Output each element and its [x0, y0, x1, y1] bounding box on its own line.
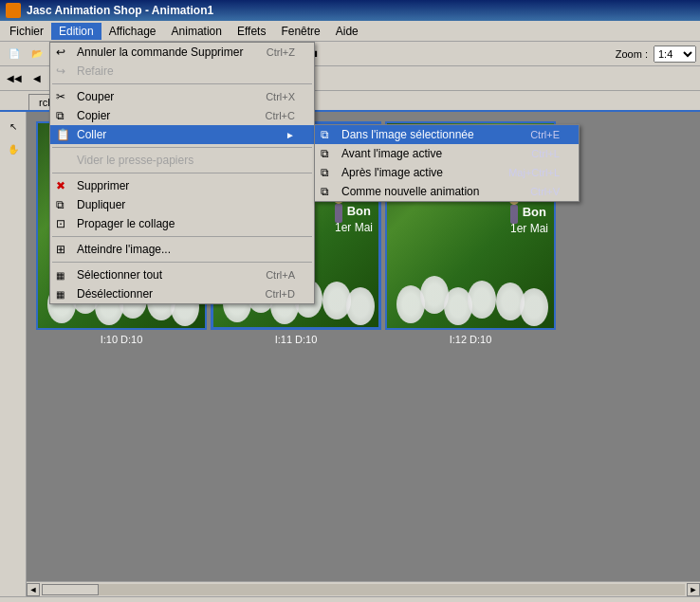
frame3-label: I:12 D:10 — [444, 333, 498, 346]
paste-label: Coller — [77, 128, 106, 141]
cut-item[interactable]: ✂ Couper Ctrl+X — [50, 87, 314, 106]
select-all-item[interactable]: ▦ Sélectionner tout Ctrl+A — [50, 265, 314, 284]
menu-effets[interactable]: Effets — [230, 23, 273, 40]
prev-frame-btn[interactable]: ◀◀ — [4, 68, 25, 89]
select-all-icon: ▦ — [56, 270, 64, 281]
title-bar: Jasc Animation Shop - Animation1 — [0, 0, 700, 21]
goto-item[interactable]: ⊞ Atteindre l'image... — [50, 240, 314, 259]
delete-icon: ✖ — [56, 179, 65, 192]
undo-item[interactable]: ↩ Annuler la commande Supprimer Ctrl+Z — [50, 43, 314, 62]
redo-icon: ↪ — [56, 64, 65, 78]
paste-before-label: Avant l'image active — [341, 147, 442, 160]
zoom-select[interactable]: 1:4 1:2 1:1 — [654, 46, 696, 63]
undo-icon: ↩ — [56, 46, 65, 59]
redo-label: Refaire — [77, 64, 114, 78]
frame1-label: I:10 D:10 — [95, 333, 149, 346]
paste-new-icon: ⧉ — [321, 185, 329, 198]
deselect-shortcut: Ctrl+D — [266, 288, 295, 300]
deselect-item[interactable]: ▦ Désélectionner Ctrl+D — [50, 284, 314, 303]
delete-label: Supprimer — [77, 179, 129, 192]
menu-animation[interactable]: Animation — [164, 23, 230, 40]
duplicate-item[interactable]: ⧉ Dupliquer — [50, 195, 314, 214]
cut-icon: ✂ — [56, 90, 65, 103]
zoom-label: Zoom : — [616, 48, 648, 60]
clear-clipboard-item[interactable]: Vider le presse-papiers — [50, 151, 314, 170]
paste-in-selected-label: Dans l'image sélectionnée — [341, 128, 474, 141]
propage-item[interactable]: ⊡ Propager le collage — [50, 214, 314, 233]
app-title: Jasc Animation Shop - Animation1 — [27, 4, 213, 17]
paste-in-selected-shortcut: Ctrl+E — [530, 129, 560, 140]
new-btn[interactable]: 📄 — [4, 44, 25, 64]
menu-fenetre[interactable]: Fenêtre — [273, 23, 327, 40]
goto-label: Atteindre l'image... — [77, 243, 171, 256]
paste-in-selected-icon: ⧉ — [321, 128, 329, 141]
redo-item[interactable]: ↪ Refaire — [50, 62, 314, 81]
goto-icon: ⊞ — [56, 243, 65, 256]
undo-shortcut: Ctrl+Z — [267, 46, 295, 58]
sep-4 — [52, 236, 312, 237]
paste-new-shortcut: Ctrl+V — [530, 186, 560, 197]
copy-shortcut: Ctrl+C — [266, 110, 295, 121]
paste-new-anim[interactable]: ⧉ Comme nouvelle animation Ctrl+V — [315, 182, 579, 201]
propage-label: Propager le collage — [77, 217, 175, 230]
undo-label: Annuler la commande Supprimer — [77, 46, 243, 59]
back-btn[interactable]: ◀ — [27, 68, 47, 89]
menu-affichage[interactable]: Affichage — [101, 23, 164, 40]
paste-before-icon: ⧉ — [321, 147, 329, 160]
paste-submenu-arrow: ► — [286, 130, 295, 140]
delete-item[interactable]: ✖ Supprimer — [50, 176, 314, 195]
select-all-label: Sélectionner tout — [77, 268, 162, 282]
frame3-bon: Bon — [523, 205, 546, 219]
paste-after-label: Après l'image active — [341, 166, 443, 179]
paste-item[interactable]: 📋 Coller ► ⧉ Dans l'image sélectionnée C… — [50, 125, 314, 144]
sep-5 — [52, 262, 312, 263]
frame3-flowers — [387, 233, 554, 328]
app-icon — [6, 3, 21, 18]
edition-dropdown: ↩ Annuler la commande Supprimer Ctrl+Z ↪… — [49, 42, 315, 304]
sep-1 — [52, 83, 312, 84]
copy-label: Copier — [77, 109, 110, 122]
deselect-label: Désélectionner — [77, 287, 153, 301]
paste-after-shortcut: Maj+Ctrl+L — [508, 167, 560, 178]
duplicate-icon: ⧉ — [56, 198, 64, 211]
scroll-track[interactable] — [42, 584, 685, 595]
paste-after-active[interactable]: ⧉ Après l'image active Maj+Ctrl+L — [315, 163, 579, 182]
cut-label: Couper — [77, 90, 114, 103]
sep-3 — [52, 173, 312, 173]
paste-icon: 📋 — [56, 128, 70, 141]
horizontal-scrollbar[interactable]: ◄ ► — [27, 581, 700, 596]
paste-before-active[interactable]: ⧉ Avant l'image active Ctrl+L — [315, 144, 579, 163]
status-bar — [0, 596, 700, 602]
paste-before-shortcut: Ctrl+L — [531, 148, 560, 159]
paste-new-label: Comme nouvelle animation — [341, 185, 479, 198]
tool-select[interactable]: ↖ — [3, 116, 24, 137]
cut-shortcut: Ctrl+X — [266, 91, 295, 102]
copy-icon: ⧉ — [56, 109, 64, 122]
sep-2 — [52, 147, 312, 148]
copy-item[interactable]: ⧉ Copier Ctrl+C — [50, 106, 314, 125]
duplicate-label: Dupliquer — [77, 198, 125, 211]
scroll-right-btn[interactable]: ► — [687, 583, 700, 596]
propage-icon: ⊡ — [56, 217, 65, 230]
frame2-bon: Bon — [347, 204, 371, 218]
menu-aide[interactable]: Aide — [328, 23, 366, 40]
scroll-left-btn[interactable]: ◄ — [27, 583, 40, 596]
paste-after-icon: ⧉ — [321, 166, 329, 179]
scroll-thumb[interactable] — [42, 584, 99, 595]
open-btn[interactable]: 📂 — [27, 44, 47, 64]
deselect-icon: ▦ — [56, 289, 64, 300]
left-toolbar: ↖ ✋ — [0, 112, 27, 596]
frame2-label: I:11 D:10 — [269, 333, 323, 346]
select-all-shortcut: Ctrl+A — [266, 269, 295, 281]
tool-move[interactable]: ✋ — [3, 138, 24, 159]
clear-clipboard-label: Vider le presse-papiers — [77, 154, 193, 167]
paste-in-selected[interactable]: ⧉ Dans l'image sélectionnée Ctrl+E — [315, 125, 579, 144]
paste-submenu: ⧉ Dans l'image sélectionnée Ctrl+E ⧉ Ava… — [314, 124, 580, 202]
menu-edition[interactable]: Edition — [51, 23, 101, 40]
menu-fichier[interactable]: Fichier — [2, 23, 51, 40]
menu-bar: Fichier Edition Affichage Animation Effe… — [0, 21, 700, 42]
